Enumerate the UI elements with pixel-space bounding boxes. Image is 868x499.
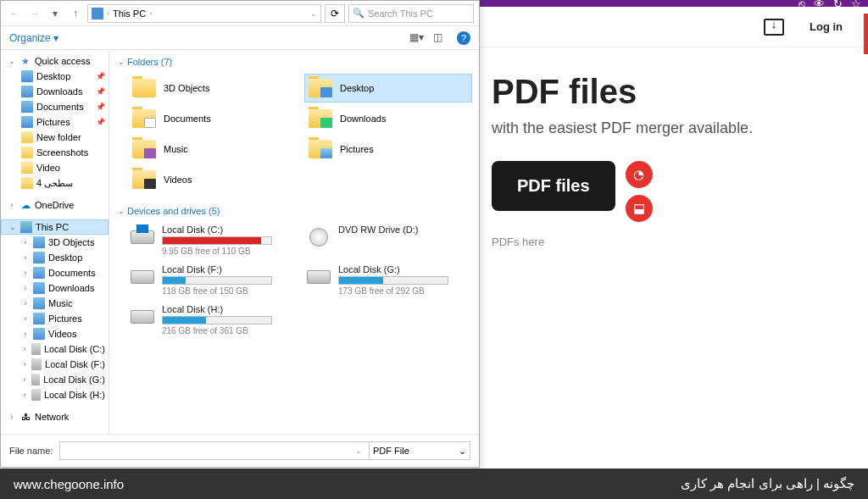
nav-forward-button[interactable]: → (26, 5, 43, 22)
folder-icon (21, 177, 33, 189)
folder-icon (21, 116, 33, 128)
expand-icon[interactable]: › (21, 299, 30, 308)
nav-quick-item[interactable]: Pictures📌 (1, 114, 108, 130)
address-bar[interactable]: › This PC › ⌄ (87, 4, 321, 23)
nav-recent-button[interactable]: ▾ (47, 5, 64, 22)
drive-item[interactable]: Local Disk (H:)216 GB free of 361 GB (128, 302, 296, 337)
ext-icon[interactable]: 👁 (814, 0, 825, 10)
expand-icon[interactable]: › (21, 330, 30, 338)
star-icon: ★ (19, 55, 31, 67)
nav-pc-item[interactable]: ›Local Disk (G:) (1, 372, 108, 387)
content-pane[interactable]: ⌄ Folders (7) 3D ObjectsDesktopDocuments… (109, 50, 479, 434)
expand-icon[interactable]: › (21, 345, 28, 353)
google-drive-button[interactable]: ◔ (626, 161, 653, 188)
folders-section-header[interactable]: ⌄ Folders (7) (116, 53, 472, 70)
expand-icon[interactable]: › (21, 391, 28, 399)
expand-icon[interactable]: › (21, 269, 30, 277)
expand-icon[interactable]: ⌄ (8, 223, 17, 231)
nav-pc-item[interactable]: ›Videos (1, 326, 108, 341)
folder-item[interactable]: Music (128, 135, 296, 164)
nav-quick-item[interactable]: Downloads📌 (1, 84, 108, 99)
nav-quick-item[interactable]: Screenshots (1, 145, 108, 160)
expand-icon[interactable]: › (21, 314, 30, 323)
nav-quick-item[interactable]: Documents📌 (1, 99, 108, 114)
drop-hint: PDFs here (492, 236, 851, 248)
nav-quick-item[interactable]: سطحی 4 (1, 175, 108, 191)
nav-pc-item[interactable]: ›Desktop (1, 250, 108, 265)
ext-icon[interactable]: ⎋ (798, 0, 805, 10)
folder-item[interactable]: Documents (128, 104, 296, 133)
folder-item[interactable]: Videos (128, 165, 296, 194)
nav-pc-item[interactable]: ›Local Disk (H:) (1, 387, 108, 402)
watermark-url: www.chegoone.info (14, 477, 124, 491)
chevron-right-icon: › (149, 9, 152, 18)
nav-pc-item[interactable]: ›3D Objects (1, 235, 108, 250)
expand-icon[interactable]: › (8, 201, 16, 209)
select-pdf-button[interactable]: PDF files (492, 161, 615, 211)
drive-icon (306, 225, 331, 250)
nav-quick-item[interactable]: Desktop📌 (1, 69, 108, 84)
file-open-dialog: ← → ▾ ↑ › This PC › ⌄ ⟳ 🔍 Search This PC… (0, 0, 480, 468)
expand-icon[interactable]: › (21, 375, 28, 384)
nav-pc-item[interactable]: ›Downloads (1, 280, 108, 296)
nav-network[interactable]: › 🖧 Network (1, 409, 108, 424)
drive-icon (130, 225, 155, 250)
drive-item[interactable]: Local Disk (F:)118 GB free of 150 GB (128, 263, 296, 297)
folder-blue-icon (33, 236, 45, 248)
view-options-button[interactable]: ▦▾ (409, 31, 426, 45)
nav-quick-item[interactable]: Video (1, 160, 108, 175)
nav-this-pc[interactable]: ⌄ This PC (1, 219, 108, 235)
drive-usage-bar (338, 276, 448, 285)
folder-item[interactable]: 3D Objects (128, 74, 296, 103)
folder-item[interactable]: Desktop (304, 74, 472, 103)
folder-icon (308, 108, 333, 130)
expand-icon[interactable]: › (21, 253, 30, 262)
nav-pc-item[interactable]: ›Pictures (1, 311, 108, 326)
folder-item[interactable]: Pictures (304, 135, 472, 164)
folder-blue-icon (33, 252, 45, 263)
drive-item[interactable]: DVD RW Drive (D:) (304, 223, 472, 258)
nav-quick-access[interactable]: ⌄ ★ Quick access (1, 53, 108, 69)
chevron-down-icon: ⌄ (118, 207, 125, 215)
filetype-select[interactable]: PDF File ⌄ (369, 441, 470, 460)
filename-input[interactable] (59, 441, 370, 460)
preview-pane-button[interactable]: ◫ (433, 31, 450, 45)
drive-item[interactable]: Local Disk (G:)173 GB free of 292 GB (304, 263, 472, 297)
expand-icon[interactable]: › (8, 413, 16, 421)
pc-icon (92, 8, 103, 19)
drives-section-header[interactable]: ⌄ Devices and drives (5) (116, 202, 472, 219)
nav-back-button[interactable]: ← (6, 5, 23, 22)
search-input[interactable]: 🔍 Search This PC (348, 4, 474, 23)
drive-icon (31, 389, 41, 401)
drive-icon (31, 358, 42, 370)
nav-onedrive[interactable]: › ☁ OneDrive (1, 197, 108, 213)
nav-up-button[interactable]: ↑ (67, 5, 84, 22)
folder-icon (21, 147, 33, 158)
expand-icon[interactable]: › (21, 360, 28, 369)
nav-pc-item[interactable]: ›Local Disk (C:) (1, 341, 108, 357)
folder-item[interactable]: Downloads (304, 104, 472, 133)
nav-pc-item[interactable]: ›Documents (1, 265, 108, 280)
ext-icon[interactable]: ☆ (851, 0, 861, 10)
ext-icon[interactable]: ↻ (833, 0, 843, 10)
cloud-icon: ☁ (19, 199, 31, 211)
download-desktop-icon[interactable] (764, 19, 784, 36)
expand-icon[interactable]: › (21, 238, 30, 247)
drive-item[interactable]: Local Disk (C:)9.95 GB free of 110 GB (128, 223, 296, 258)
folder-icon (131, 138, 157, 160)
nav-quick-item[interactable]: New folder (1, 130, 108, 145)
nav-pc-item[interactable]: ›Local Disk (F:) (1, 357, 108, 372)
help-button[interactable]: ? (457, 31, 470, 45)
expand-icon[interactable]: › (21, 284, 30, 292)
login-button[interactable]: Log in (801, 15, 851, 38)
expand-icon[interactable]: ⌄ (8, 57, 16, 65)
organize-menu[interactable]: Organize ▾ (9, 32, 58, 44)
search-placeholder: Search This PC (368, 8, 433, 19)
dropbox-button[interactable]: ⬓ (626, 195, 653, 222)
refresh-button[interactable]: ⟳ (325, 4, 345, 23)
navigation-pane[interactable]: ⌄ ★ Quick access Desktop📌Downloads📌Docum… (1, 50, 109, 434)
page-title: PDF files (492, 73, 851, 111)
drive-icon (130, 304, 155, 330)
nav-pc-item[interactable]: ›Music (1, 296, 108, 311)
chevron-down-icon[interactable]: ⌄ (310, 9, 317, 18)
